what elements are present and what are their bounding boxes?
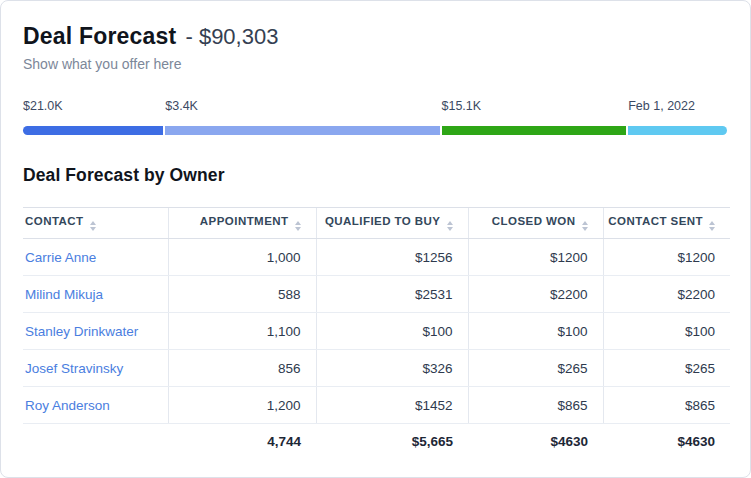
contact-sent-cell: $100: [603, 313, 730, 350]
qualified-to-buy-cell: $100: [316, 313, 468, 350]
column-header-contact-sent[interactable]: CONTACT SENT: [603, 208, 730, 239]
stage-label-appointment: $21.0K: [23, 99, 163, 113]
deal-forecast-card: Deal Forecast - $90,303 Show what you of…: [0, 0, 751, 478]
stage-label-qualified: $3.4K: [165, 99, 439, 113]
contact-sent-cell: $2200: [603, 276, 730, 313]
sort-icon[interactable]: [90, 221, 96, 231]
qualified-to-buy-cell: $2531: [316, 276, 468, 313]
contact-sent-cell: $865: [603, 387, 730, 424]
qualified-to-buy-cell: $1452: [316, 387, 468, 424]
contact-link[interactable]: Stanley Drinkwater: [25, 324, 138, 339]
appointment-cell: 1,000: [168, 239, 316, 276]
contact-cell: Josef Stravinsky: [23, 350, 168, 387]
appointment-cell: 856: [168, 350, 316, 387]
closed-won-total: $4630: [468, 424, 603, 460]
sort-icon[interactable]: [447, 221, 453, 231]
closed-won-cell: $265: [468, 350, 603, 387]
contact-sent-cell: $265: [603, 350, 730, 387]
column-header-appointment[interactable]: APPOINTMENT: [168, 208, 316, 239]
qualified-to-buy-cell: $326: [316, 350, 468, 387]
column-header-label: APPOINTMENT: [200, 215, 289, 227]
progress-segment-1: [23, 126, 163, 135]
progress-segment-4: [628, 126, 727, 135]
appointment-total: 4,744: [168, 424, 316, 460]
closed-won-cell: $1200: [468, 239, 603, 276]
appointment-cell: 588: [168, 276, 316, 313]
appointment-cell: 1,200: [168, 387, 316, 424]
report-subtitle: Show what you offer here: [23, 56, 728, 72]
forecast-stage-labels: $21.0K $3.4K $15.1K Feb 1, 2022: [23, 99, 728, 113]
contact-cell: Milind Mikuja: [23, 276, 168, 313]
table-row: Roy Anderson 1,200 $1452 $865 $865: [23, 387, 730, 424]
contact-link[interactable]: Roy Anderson: [25, 398, 110, 413]
qualified-to-buy-cell: $1256: [316, 239, 468, 276]
contact-link[interactable]: Josef Stravinsky: [25, 361, 123, 376]
closed-won-cell: $100: [468, 313, 603, 350]
appointment-cell: 1,100: [168, 313, 316, 350]
page-title: Deal Forecast - $90,303: [23, 23, 728, 50]
qualified-to-buy-total: $5,665: [316, 424, 468, 460]
table-row: Carrie Anne 1,000 $1256 $1200 $1200: [23, 239, 730, 276]
sort-icon[interactable]: [295, 221, 301, 231]
section-heading: Deal Forecast by Owner: [23, 165, 728, 186]
column-header-label: CONTACT: [25, 215, 84, 227]
column-header-qualified-to-buy[interactable]: QUALIFIED TO BUY: [316, 208, 468, 239]
progress-segment-3: [442, 126, 627, 135]
table-row: Josef Stravinsky 856 $326 $265 $265: [23, 350, 730, 387]
contact-link[interactable]: Milind Mikuja: [25, 287, 103, 302]
column-header-label: QUALIFIED TO BUY: [325, 215, 441, 227]
column-header-closed-won[interactable]: CLOSED WON: [468, 208, 603, 239]
sort-icon[interactable]: [582, 221, 588, 231]
totals-empty-cell: [23, 424, 168, 460]
totals-row: 4,744 $5,665 $4630 $4630: [23, 424, 730, 460]
contact-sent-cell: $1200: [603, 239, 730, 276]
contact-cell: Stanley Drinkwater: [23, 313, 168, 350]
report-title: Deal Forecast: [23, 23, 176, 50]
column-header-label: CONTACT SENT: [608, 215, 703, 227]
stage-label-closed-won: $15.1K: [442, 99, 627, 113]
sort-icon[interactable]: [709, 221, 715, 231]
stage-label-date: Feb 1, 2022: [628, 99, 727, 113]
contact-cell: Carrie Anne: [23, 239, 168, 276]
deal-forecast-table: CONTACT APPOINTMENT QUALIFIED TO BUY CLO…: [23, 207, 730, 460]
progress-segment-2: [165, 126, 439, 135]
table-row: Milind Mikuja 588 $2531 $2200 $2200: [23, 276, 730, 313]
contact-cell: Roy Anderson: [23, 387, 168, 424]
table-row: Stanley Drinkwater 1,100 $100 $100 $100: [23, 313, 730, 350]
table-header-row: CONTACT APPOINTMENT QUALIFIED TO BUY CLO…: [23, 208, 730, 239]
report-total-amount: - $90,303: [185, 24, 278, 50]
column-header-contact[interactable]: CONTACT: [23, 208, 168, 239]
closed-won-cell: $2200: [468, 276, 603, 313]
column-header-label: CLOSED WON: [492, 215, 576, 227]
contact-sent-total: $4630: [603, 424, 730, 460]
forecast-progress-bar: [23, 126, 728, 135]
closed-won-cell: $865: [468, 387, 603, 424]
contact-link[interactable]: Carrie Anne: [25, 250, 96, 265]
